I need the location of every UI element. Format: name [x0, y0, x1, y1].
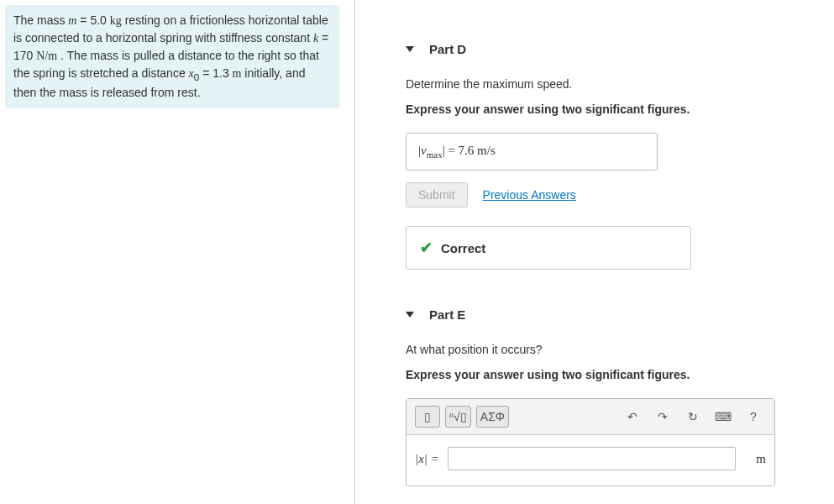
answer-panel: Part D Determine the maximum speed. Expr…	[355, 0, 834, 504]
unit-label: m	[744, 452, 766, 466]
chevron-down-icon	[406, 46, 414, 52]
part-e-section: Part E At what position it occurs? Expre…	[406, 307, 809, 486]
part-e-title: Part E	[429, 307, 465, 322]
part-d-section: Part D Determine the maximum speed. Expr…	[406, 42, 809, 270]
problem-statement: The mass m = 5.0 kg resting on a frictio…	[5, 5, 339, 108]
keyboard-icon[interactable]: ⌨	[711, 406, 736, 428]
undo-icon[interactable]: ↶	[620, 406, 645, 428]
redo-icon[interactable]: ↷	[650, 406, 675, 428]
feedback-correct: ✔ Correct	[406, 226, 691, 270]
part-e-header[interactable]: Part E	[406, 307, 809, 322]
reset-icon[interactable]: ↻	[680, 406, 705, 428]
checkmark-icon: ✔	[420, 239, 433, 257]
part-e-prompt: At what position it occurs?	[406, 343, 809, 356]
help-icon[interactable]: ?	[741, 406, 766, 428]
answer-input-container: ▯ ⁿ√▯ ΑΣΦ ↶ ↷ ↻ ⌨ ? |x| = m	[406, 398, 775, 486]
answer-input[interactable]	[448, 447, 737, 470]
submit-button: Submit	[406, 182, 468, 207]
equation-toolbar: ▯ ⁿ√▯ ΑΣΦ ↶ ↷ ↻ ⌨ ?	[407, 399, 774, 435]
radical-icon[interactable]: ⁿ√▯	[445, 406, 471, 428]
part-d-header[interactable]: Part D	[406, 42, 809, 56]
variable-label: |x| =	[415, 452, 439, 466]
templates-icon[interactable]: ▯	[415, 406, 440, 428]
part-d-answer-display: |vmax| = 7.6 m/s	[406, 133, 658, 171]
problem-statement-panel: The mass m = 5.0 kg resting on a frictio…	[0, 0, 354, 504]
previous-answers-link[interactable]: Previous Answers	[483, 188, 576, 202]
chevron-down-icon	[406, 312, 414, 318]
feedback-text: Correct	[441, 241, 485, 255]
part-d-prompt: Determine the maximum speed.	[406, 77, 809, 91]
part-d-instructions: Express your answer using two significan…	[406, 102, 809, 116]
part-d-title: Part D	[429, 42, 466, 56]
part-e-instructions: Express your answer using two significan…	[406, 368, 809, 381]
greek-letters-icon[interactable]: ΑΣΦ	[476, 406, 509, 428]
